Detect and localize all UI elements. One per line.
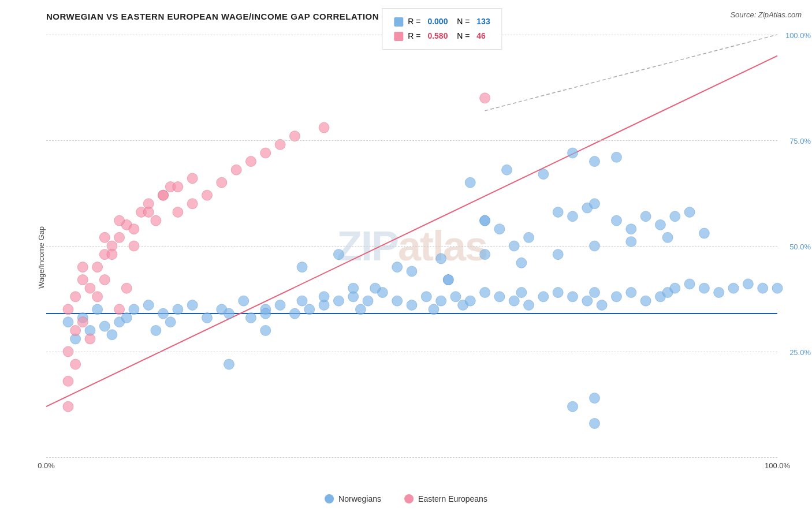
svg-point-100 [662, 232, 673, 242]
svg-point-78 [568, 211, 578, 222]
svg-point-76 [524, 232, 534, 242]
svg-point-51 [582, 296, 593, 306]
n-value-pink: 46 [476, 29, 486, 43]
svg-point-153 [187, 173, 198, 184]
svg-point-96 [516, 258, 527, 268]
svg-point-49 [553, 288, 563, 298]
svg-point-13 [143, 300, 154, 310]
svg-point-28 [304, 304, 315, 315]
svg-point-81 [611, 215, 621, 226]
r-label-2: R = [408, 29, 423, 43]
legend-dot-blue [325, 494, 334, 503]
svg-point-63 [728, 283, 739, 293]
svg-point-150 [143, 207, 154, 217]
svg-point-46 [516, 288, 527, 298]
svg-point-139 [92, 262, 103, 273]
svg-point-50 [568, 292, 578, 302]
svg-point-155 [480, 93, 490, 103]
legend-label-norwegians: Norwegians [338, 494, 381, 503]
x-label-100: 100.0% [765, 461, 790, 470]
svg-point-109 [611, 152, 621, 162]
svg-point-60 [684, 279, 695, 289]
svg-point-130 [231, 165, 241, 175]
x-label-0: 0.0% [38, 461, 55, 470]
inline-legend: R = 0.000 N = 133 R = 0.580 N = 46 [382, 8, 502, 50]
svg-point-133 [275, 139, 285, 150]
svg-point-9 [107, 330, 117, 340]
svg-point-134 [289, 131, 300, 141]
svg-point-82 [626, 224, 636, 234]
svg-point-141 [107, 249, 117, 260]
svg-point-56 [640, 296, 651, 306]
svg-point-115 [92, 292, 103, 302]
svg-point-70 [370, 283, 381, 293]
svg-point-131 [245, 156, 256, 167]
y-axis-label: Wage/Income Gap [37, 226, 46, 289]
r-value-blue: 0.000 [427, 14, 448, 29]
svg-point-95 [480, 249, 490, 260]
legend-label-eastern-europeans: Eastern Europeans [418, 494, 487, 503]
svg-point-145 [70, 292, 81, 302]
svg-point-84 [655, 219, 665, 230]
label-100: 100.0% [785, 31, 811, 40]
svg-point-147 [99, 232, 110, 242]
svg-point-151 [158, 190, 169, 200]
svg-point-91 [319, 292, 329, 302]
svg-point-83 [640, 211, 651, 222]
svg-point-62 [714, 288, 724, 298]
svg-point-16 [165, 317, 176, 327]
svg-point-71 [407, 266, 417, 277]
svg-point-47 [524, 300, 534, 310]
svg-point-44 [494, 292, 505, 302]
svg-point-37 [421, 292, 431, 302]
svg-point-33 [363, 296, 373, 306]
svg-point-92 [348, 283, 359, 293]
svg-point-54 [611, 292, 621, 302]
svg-point-144 [63, 304, 73, 315]
svg-point-148 [114, 215, 125, 226]
svg-line-1 [46, 56, 777, 407]
svg-point-45 [509, 296, 519, 306]
svg-point-110 [590, 418, 600, 428]
svg-point-140 [99, 275, 110, 285]
gridline-25: 25.0% [46, 352, 777, 352]
gridline-50: 50.0% [46, 246, 777, 247]
svg-point-64 [743, 279, 753, 289]
legend-row-2: R = 0.580 N = 46 [394, 29, 490, 43]
plot-area: ZIPatlas 100.0% 75.0% 50.0% 25.0% 0.0% 1… [46, 35, 777, 457]
svg-point-19 [202, 312, 213, 323]
svg-point-123 [151, 215, 161, 226]
svg-point-68 [297, 262, 307, 273]
chart-container: NORWEGIAN VS EASTERN EUROPEAN WAGE/INCOM… [0, 0, 812, 515]
gridline-75: 75.0% [46, 140, 777, 141]
legend-item-eastern-europeans: Eastern Europeans [404, 494, 487, 503]
svg-point-43 [480, 288, 490, 298]
svg-point-23 [245, 312, 256, 323]
svg-point-127 [187, 199, 198, 209]
svg-point-102 [465, 177, 475, 188]
svg-point-38 [429, 304, 439, 315]
svg-point-7 [92, 304, 103, 315]
svg-point-152 [173, 182, 183, 192]
gridline-0 [46, 457, 777, 458]
svg-point-61 [699, 283, 709, 293]
svg-point-17 [173, 304, 183, 315]
svg-point-40 [450, 292, 461, 302]
svg-point-99 [626, 237, 636, 247]
svg-point-88 [480, 215, 490, 226]
svg-point-86 [684, 207, 695, 217]
svg-point-113 [77, 262, 88, 273]
svg-point-8 [99, 321, 110, 331]
svg-point-90 [260, 308, 271, 319]
svg-point-137 [77, 317, 88, 327]
svg-point-146 [77, 275, 88, 285]
svg-point-107 [568, 148, 578, 158]
svg-point-66 [772, 283, 783, 293]
label-75: 75.0% [789, 137, 811, 145]
svg-point-22 [239, 296, 249, 306]
svg-point-55 [626, 288, 636, 298]
svg-point-77 [553, 207, 563, 217]
svg-point-14 [151, 325, 161, 335]
svg-point-42 [465, 296, 475, 306]
svg-point-101 [699, 228, 709, 238]
